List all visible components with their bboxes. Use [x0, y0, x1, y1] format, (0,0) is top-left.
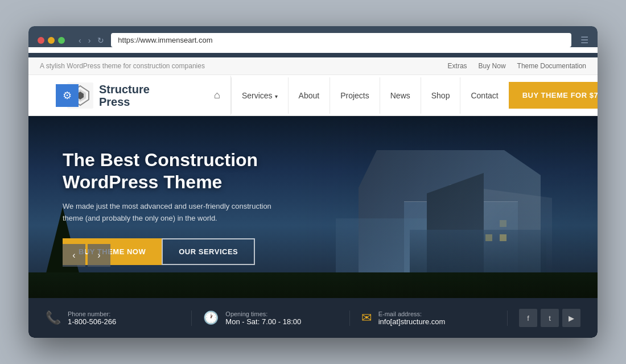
nav-buttons: ‹ › ↻: [76, 35, 106, 46]
email-icon: ✉: [361, 311, 372, 325]
email-text: E-mail address: info[at]structure.com: [378, 311, 446, 326]
email-item: ✉ E-mail address: info[at]structure.com: [350, 311, 508, 326]
youtube-icon[interactable]: ▶: [562, 309, 580, 327]
dot-green[interactable]: [58, 37, 65, 44]
dot-yellow[interactable]: [48, 37, 55, 44]
top-bar: A stylish WordPress theme for constructi…: [28, 57, 598, 75]
phone-item: 📞 Phone number: 1-800-506-266: [46, 311, 192, 326]
browser-window: ‹ › ↻ ☰ A stylish WordPress theme for co…: [28, 26, 598, 338]
email-value: info[at]structure.com: [378, 317, 446, 326]
hero-services-button[interactable]: OUR SERVICES: [162, 238, 255, 265]
site-tagline: A stylish WordPress theme for constructi…: [40, 62, 205, 70]
nav-item-services[interactable]: Services: [231, 77, 288, 114]
slider-next[interactable]: ›: [88, 244, 110, 267]
hours-text: Opening times: Mon - Sat: 7.00 - 18:00: [225, 311, 301, 326]
clock-icon: 🕐: [203, 311, 219, 325]
nav-item-contact[interactable]: Contact: [460, 77, 508, 114]
phone-label: Phone number:: [68, 311, 116, 317]
hero-section: The Best Construction WordPress Theme We…: [28, 116, 598, 298]
main-nav: ⚙ Structure Press ⌂ Services: [28, 75, 598, 116]
website-content: A stylish WordPress theme for constructi…: [28, 57, 598, 338]
hero-overlay: [285, 116, 598, 298]
buy-now-link[interactable]: Buy Now: [479, 62, 506, 70]
hours-item: 🕐 Opening times: Mon - Sat: 7.00 - 18:00: [192, 311, 349, 326]
nav-item-projects[interactable]: Projects: [330, 77, 380, 114]
browser-chrome: ‹ › ↻ ☰: [28, 26, 598, 47]
browser-menu-icon[interactable]: ☰: [580, 35, 588, 46]
logo[interactable]: Structure Press: [67, 82, 192, 109]
settings-icon: ⚙: [63, 89, 72, 102]
address-bar[interactable]: [111, 33, 571, 47]
hero-subtitle: We made just the most advanced and user-…: [63, 201, 279, 225]
browser-controls: ‹ › ↻ ☰: [38, 33, 588, 47]
nav-links: ⌂ Services About Projects News Shop Cont…: [192, 76, 509, 115]
dot-red[interactable]: [38, 37, 44, 44]
hours-value: Mon - Sat: 7.00 - 18:00: [225, 317, 301, 326]
hours-label: Opening times:: [225, 311, 301, 317]
top-bar-links: Extras Buy Now Theme Documentation: [448, 62, 586, 70]
refresh-button[interactable]: ↻: [95, 35, 106, 46]
phone-icon: 📞: [46, 311, 61, 325]
settings-fab[interactable]: ⚙: [56, 84, 79, 107]
slider-arrows: ‹ ›: [63, 244, 110, 267]
twitter-icon[interactable]: t: [541, 309, 559, 327]
back-button[interactable]: ‹: [76, 35, 84, 46]
footer-bar: 📞 Phone number: 1-800-506-266 🕐 Opening …: [28, 298, 598, 338]
forward-button[interactable]: ›: [86, 35, 93, 46]
nav-item-news[interactable]: News: [380, 77, 421, 114]
logo-text: Structure Press: [99, 83, 150, 108]
buy-theme-button[interactable]: BUY THEME FOR $79: [509, 82, 598, 109]
slider-prev[interactable]: ‹: [63, 244, 85, 267]
nav-item-about[interactable]: About: [288, 77, 330, 114]
nav-item-shop[interactable]: Shop: [421, 77, 460, 114]
docs-link[interactable]: Theme Documentation: [517, 62, 586, 70]
phone-value: 1-800-506-266: [68, 317, 116, 326]
extras-link[interactable]: Extras: [448, 62, 467, 70]
hero-title: The Best Construction WordPress Theme: [63, 149, 279, 193]
home-nav-item[interactable]: ⌂: [204, 76, 231, 115]
social-icons: f t ▶: [508, 309, 580, 327]
facebook-icon[interactable]: f: [519, 309, 537, 327]
phone-text: Phone number: 1-800-506-266: [68, 311, 116, 326]
email-label: E-mail address:: [378, 311, 446, 317]
